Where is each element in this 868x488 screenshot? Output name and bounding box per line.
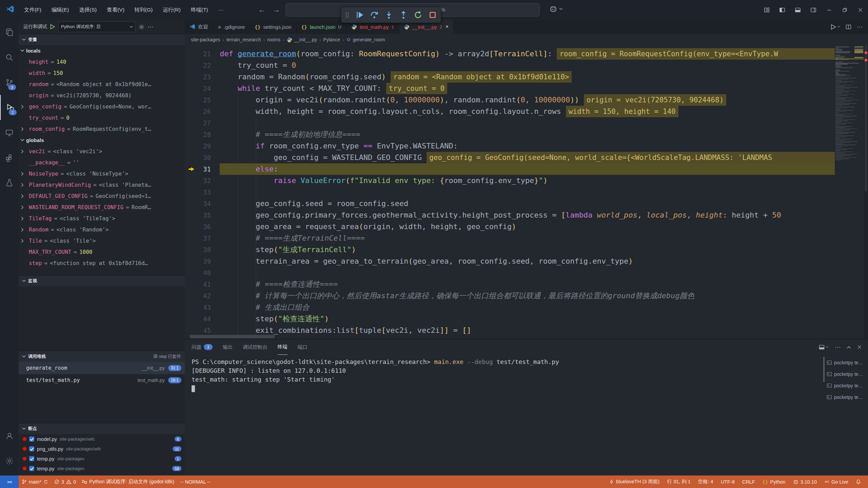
- code-line-28[interactable]: # ====生成初始地理信息====: [220, 129, 835, 140]
- variables-group[interactable]: locals: [19, 45, 185, 56]
- remote-explorer-icon[interactable]: [0, 120, 19, 145]
- line-number[interactable]: 35: [185, 209, 220, 221]
- breadcrumb[interactable]: site-packages›terrain_research›rooms›__i…: [185, 34, 868, 45]
- panel-more-icon[interactable]: ⋯: [835, 344, 841, 351]
- code-line-33[interactable]: [220, 186, 835, 198]
- status-item-GoLive[interactable]: Go Live: [821, 479, 852, 485]
- line-number[interactable]: 40: [185, 267, 220, 279]
- line-number[interactable]: 29: [185, 140, 220, 152]
- breadcrumb-item[interactable]: generate_room: [346, 37, 385, 42]
- menu-item[interactable]: ···: [214, 5, 228, 15]
- status-item-Python[interactable]: {}Python: [759, 479, 789, 485]
- panel-tab-端口[interactable]: 端口: [298, 339, 308, 355]
- code-editor[interactable]: 2021222324252627282930313233343536373839…: [185, 45, 835, 339]
- run-debug-icon[interactable]: 1: [0, 95, 19, 120]
- breakpoint-row[interactable]: temp.pysite-packages58: [19, 464, 185, 473]
- code-line-21[interactable]: def generate_room(room_config: RoomReque…: [220, 48, 835, 60]
- breakpoint-checkbox[interactable]: [29, 466, 34, 471]
- status-item[interactable]: [852, 479, 865, 484]
- debug-continue-icon[interactable]: [356, 11, 364, 19]
- vertical-scrollbar[interactable]: [864, 45, 868, 339]
- panel-tab-问题[interactable]: 问题3: [192, 339, 213, 355]
- code-line-43[interactable]: # 生成出口组合: [220, 302, 835, 313]
- breakpoint-checkbox[interactable]: [29, 446, 34, 451]
- editor-gutter[interactable]: 2021222324252627282930313233343536373839…: [185, 45, 220, 336]
- status-item-blueloveTH3[interactable]: blueloveTH (3 周前): [605, 479, 663, 485]
- status-item-Pythongodot-ldtk[interactable]: Python 调试程序: 启动文件 (godot-ldtk): [79, 479, 177, 485]
- code-line-38[interactable]: step("生成TerrainCell"): [220, 244, 835, 256]
- variable-row[interactable]: WASTELAND_ROOM_REQUEST_CONFIG=RoomR…: [19, 202, 185, 213]
- line-number[interactable]: 23: [185, 71, 220, 83]
- line-number[interactable]: 20: [185, 45, 220, 48]
- menu-item[interactable]: 运行(R): [158, 4, 185, 16]
- code-line-26[interactable]: width, height = room_config.layout.n_col…: [220, 106, 835, 117]
- code-line-32[interactable]: raise ValueError(f"Invalid env type: {ro…: [220, 175, 835, 186]
- testing-icon[interactable]: [0, 170, 19, 195]
- panel-tab-输出[interactable]: 输出: [223, 339, 233, 355]
- status-item---NORMAL--[interactable]: -- NORMAL --: [177, 479, 214, 485]
- editor-more-icon[interactable]: ⋯: [857, 23, 863, 30]
- code-line-42[interactable]: # 计算每一个出口的中心，然后使用astar生成路径，确保每一个出口组合都可以联…: [220, 290, 835, 302]
- variable-row[interactable]: Random=<class 'Random'>: [19, 224, 185, 235]
- stack-frame[interactable]: test/test_math.pytest_math.py16:1: [19, 374, 185, 386]
- status-item-311[interactable]: 行 31, 列 1: [663, 479, 694, 485]
- breakpoint-row[interactable]: model.pysite-packages\wfc6: [19, 434, 185, 444]
- customize-layout-icon[interactable]: [759, 0, 774, 20]
- variable-row[interactable]: height=140: [19, 56, 185, 67]
- variable-row[interactable]: try_count=0: [19, 112, 185, 123]
- variable-row[interactable]: DEFAULT_GEO_CONFIG=GeoConfig(seed=1…: [19, 190, 185, 202]
- start-debug-icon[interactable]: [50, 24, 55, 29]
- menu-item[interactable]: 编辑(E): [47, 4, 74, 16]
- drag-grip-icon[interactable]: [345, 12, 349, 18]
- settings-gear-icon[interactable]: [0, 448, 19, 473]
- account-icon[interactable]: [0, 423, 19, 448]
- variables-group[interactable]: globals: [19, 135, 185, 146]
- line-number[interactable]: 41: [185, 279, 220, 290]
- line-number[interactable]: 36: [185, 221, 220, 232]
- code-line-40[interactable]: [220, 267, 835, 279]
- variable-row[interactable]: PlanetaryWindConfig=<class 'Planeta…: [19, 179, 185, 190]
- line-number[interactable]: 38: [185, 244, 220, 256]
- nav-back-icon[interactable]: ←: [258, 6, 265, 14]
- variable-row[interactable]: NoiseType=<class 'NoiseType'>: [19, 168, 185, 179]
- debug-step-into-icon[interactable]: [385, 11, 393, 19]
- line-number[interactable]: 33: [185, 186, 220, 198]
- panel-tab-调试控制台[interactable]: 调试控制台: [243, 339, 268, 355]
- status-item-31010[interactable]: 3.10.10: [789, 479, 821, 485]
- gear-icon[interactable]: [139, 24, 144, 30]
- code-line-35[interactable]: geo_config.primary_forces.geothermal_act…: [220, 209, 835, 221]
- toggle-secondary-sidebar-icon[interactable]: [806, 0, 821, 20]
- status-item-CRLF[interactable]: CRLF: [738, 479, 759, 485]
- tab-settings.json[interactable]: {}settings.json: [250, 20, 296, 34]
- breadcrumb-item[interactable]: rooms: [267, 37, 280, 42]
- code-line-39[interactable]: terrain_area = geo_area_to_terrain(geo_a…: [220, 256, 835, 267]
- line-number[interactable]: 25: [185, 94, 220, 106]
- line-number[interactable]: 24: [185, 83, 220, 94]
- terminal-list-item[interactable]: pocketpy te…: [827, 368, 867, 380]
- menu-item[interactable]: 查看(V): [102, 4, 129, 16]
- variable-row[interactable]: TileTag=<class 'TileTag'>: [19, 213, 185, 224]
- terminal-list-item[interactable]: pocketpy te…: [827, 380, 867, 391]
- panel-close-icon[interactable]: [857, 345, 862, 349]
- terminal-list-item[interactable]: pocketpy te…: [827, 391, 867, 403]
- code-line-41[interactable]: # ====检查连通性====: [220, 279, 835, 290]
- variable-row[interactable]: Tile=<class 'Tile'>: [19, 235, 185, 246]
- panel-maximize-icon[interactable]: [847, 346, 851, 349]
- line-number[interactable]: 34: [185, 198, 220, 209]
- code-line-27[interactable]: [220, 117, 835, 129]
- line-number[interactable]: 30: [185, 152, 220, 163]
- variable-row[interactable]: vec2i=<class 'vec2i'>: [19, 146, 185, 157]
- panel-tab-终端[interactable]: 终端: [278, 339, 288, 355]
- code-line-25[interactable]: origin = vec2i(random.randint(0, 1000000…: [220, 94, 835, 106]
- line-number[interactable]: 27: [185, 117, 220, 129]
- restore-icon[interactable]: [837, 0, 852, 20]
- breadcrumb-item[interactable]: __init__.py: [287, 37, 317, 43]
- nav-forward-icon[interactable]: →: [273, 6, 280, 14]
- status-item-3[interactable]: 30: [51, 479, 79, 485]
- line-number[interactable]: 43: [185, 302, 220, 313]
- status-item-UTF-8[interactable]: UTF-8: [717, 479, 738, 485]
- more-actions-icon[interactable]: ⋯: [147, 23, 153, 30]
- breadcrumb-item[interactable]: site-packages: [191, 37, 220, 42]
- code-line-20[interactable]: [220, 45, 835, 48]
- panel-layout-icon[interactable]: [819, 344, 829, 350]
